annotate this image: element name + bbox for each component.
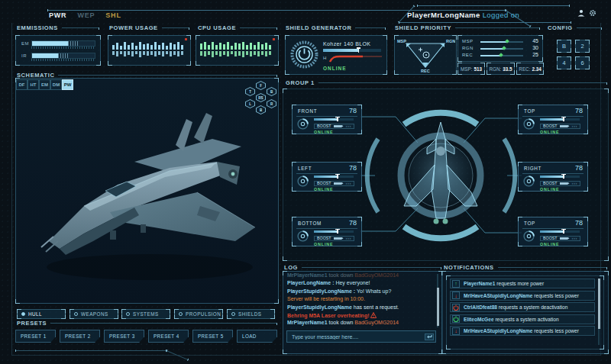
preset-2-button[interactable]: PRESET 2 [60, 330, 100, 343]
frame-line [399, 22, 571, 23]
preset-3-button[interactable]: PRESET 3 [104, 330, 144, 343]
tab-shl[interactable]: SHL [105, 11, 121, 19]
notification-item[interactable]: EliteoMcGee requests a system activation [450, 314, 595, 324]
segment-power-gauge-icon[interactable] [296, 118, 309, 130]
segment-power-slider[interactable] [540, 230, 580, 233]
hex-button-f[interactable]: F [256, 81, 266, 90]
generator-power-slider[interactable] [323, 49, 381, 52]
segment-value: 78 [575, 164, 583, 172]
gear-icon[interactable] [589, 9, 596, 17]
user-icon[interactable] [577, 9, 585, 17]
log-player-name: MrPlayerName1 [287, 272, 328, 278]
segment-boost-button[interactable]: BOOST [540, 236, 580, 242]
schematic-tab-dm[interactable]: DM [50, 79, 62, 90]
preset-4-button[interactable]: PRESET 4 [148, 330, 189, 343]
eq-bar [124, 38, 126, 63]
config-button-1[interactable]: B [557, 40, 571, 53]
eq-bar [150, 38, 153, 63]
segment-boost-button[interactable]: BOOST [314, 124, 354, 130]
segment-power-slider[interactable] [540, 176, 580, 178]
preset-1-button[interactable]: PRESET 1 [15, 330, 56, 343]
config-button-3[interactable]: 4 [557, 56, 571, 69]
enter-icon[interactable] [425, 333, 434, 340]
segment-status: ONLINE [540, 130, 559, 134]
segment-power-slider[interactable] [314, 176, 354, 178]
shield-generator-panel: Kohzer 140 BLOK H ONLINE [285, 35, 387, 75]
notification-item[interactable]: ↑ PlayerName1 requests more power [450, 279, 595, 288]
eq-bar [231, 38, 233, 63]
emissions-title: EMMISSIONS [17, 24, 99, 31]
ir-bar [31, 53, 95, 59]
em-bar [31, 40, 95, 47]
config-button-4[interactable]: 6 [575, 56, 590, 69]
eq-bar [154, 38, 157, 63]
segment-power-gauge-icon[interactable] [522, 118, 535, 130]
schematic-tab-ht[interactable]: HT [27, 79, 39, 90]
segment-power-slider[interactable] [314, 230, 354, 233]
propulsion-button[interactable]: PROPULSION [174, 309, 223, 319]
preset-5-button[interactable]: PRESET 5 [192, 330, 233, 343]
power-usage-panel [108, 35, 191, 66]
systems-button[interactable]: SYSTEMS [121, 309, 170, 319]
priority-slider-row[interactable]: RGN 30 [462, 46, 538, 53]
log-message: Server will be restarting in 10:00. [287, 296, 435, 304]
schematic-tab-em[interactable]: EM [39, 79, 50, 90]
weapons-button[interactable]: WEAPONS [70, 309, 118, 319]
notification-item[interactable]: ↓ MrIHaveAStupidlyLongName requests less… [450, 326, 595, 336]
notification-item[interactable]: CtrlAltDfeat88 requests a system deactiv… [450, 302, 595, 312]
notifications-scrollbar[interactable] [598, 279, 600, 345]
segment-power-gauge-icon[interactable] [296, 230, 309, 243]
segment-name: FRONT [298, 108, 317, 114]
arrow-up-icon: ↑ [454, 281, 457, 286]
segment-value: 78 [349, 107, 357, 114]
power-icon [453, 316, 459, 322]
log-text: took down [328, 272, 355, 278]
config-button-2[interactable]: 2 [575, 40, 590, 53]
ir-label: IR [21, 53, 27, 58]
shields-button[interactable]: SHIELDS [227, 309, 275, 319]
notification-item[interactable]: ↓ MrIHaveAStupidlyLongName requests less… [450, 291, 595, 301]
group1-title: GROUP 1 [286, 79, 607, 86]
log-messages: MrPlayerName1 took down BadGuyOMG2014Pla… [287, 272, 435, 328]
segment-power-slider[interactable] [540, 118, 580, 121]
log-text: Server will be restarting in 10:00. [287, 296, 365, 301]
segment-power-gauge-icon[interactable] [522, 230, 535, 243]
tab-wep[interactable]: WEP [77, 11, 95, 19]
priority-slider-row[interactable]: MSP 45 [462, 39, 538, 46]
segment-boost-button[interactable]: BOOST [314, 236, 354, 242]
segment-boost-button[interactable]: BOOST [540, 181, 580, 187]
segment-power-gauge-icon[interactable] [522, 175, 535, 188]
eq-bar [254, 38, 256, 63]
log-scrollbar[interactable] [437, 274, 438, 327]
frame-line [417, 5, 570, 6]
eq-bar [200, 38, 202, 63]
power-usage-title: POWER USAGE [109, 24, 189, 31]
segment-power-slider[interactable] [314, 118, 354, 121]
segment-value: 78 [575, 107, 583, 114]
dot-icon [74, 312, 78, 316]
eq-bar [158, 38, 160, 63]
power-management-screen: PWR WEP SHL PlayerMrLongName Logged on E… [0, 0, 611, 364]
segment-boost-button[interactable]: BOOST [540, 124, 580, 130]
load-button[interactable]: LOAD [237, 330, 277, 343]
record-indicator-icon [273, 38, 275, 40]
segment-value: 78 [349, 219, 357, 227]
eq-bar [219, 38, 221, 63]
eq-bar [166, 38, 168, 63]
priority-slider-row[interactable]: REC 25 [462, 53, 538, 60]
em-label: EM [21, 41, 29, 46]
tab-pwr[interactable]: PWR [49, 11, 66, 19]
chat-input[interactable] [286, 330, 436, 343]
generator-power-icon[interactable] [290, 40, 318, 69]
segment-power-gauge-icon[interactable] [296, 175, 309, 188]
priority-triangle-control[interactable]: MSP RGN REC [396, 37, 455, 73]
log-message: Behring M5A Laser overheating! [287, 312, 435, 320]
cpu-usage-equalizer [200, 38, 274, 63]
dot-icon [126, 312, 130, 316]
segment-boost-button[interactable]: BOOST [314, 181, 354, 187]
hull-button[interactable]: HULL [17, 309, 66, 319]
eq-bar [269, 38, 271, 63]
schematic-tab-pw[interactable]: PW [62, 79, 73, 90]
eq-bar [177, 38, 179, 63]
schematic-tab-df[interactable]: DF [16, 79, 27, 90]
